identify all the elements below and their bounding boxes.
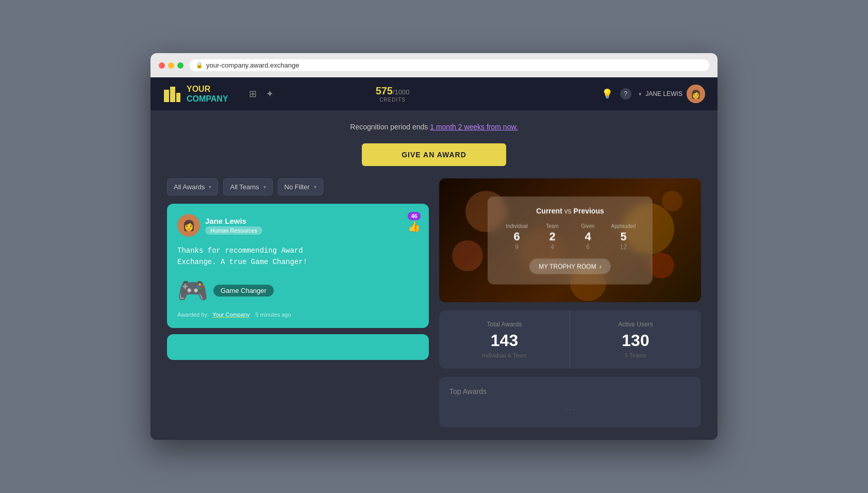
give-award-button[interactable]: GIVE AN AWARD	[362, 143, 506, 166]
logo-line2: COMPANY	[187, 94, 228, 104]
app-header: YOUR COMPANY ⊞ ✦ 575/1000 CREDITS 💡 ? ▾ …	[151, 77, 717, 110]
credits-value: 575	[376, 85, 393, 96]
current-label: Current	[536, 207, 562, 215]
logo-area: YOUR COMPANY	[163, 84, 228, 104]
no-filter-chevron: ▾	[314, 184, 316, 190]
grid-icon[interactable]: ⊞	[249, 88, 257, 100]
close-dot[interactable]	[159, 62, 165, 69]
total-awards-sub: Individual & Team	[449, 352, 559, 358]
address-bar[interactable]: 🔒 your-company.award.exchange	[190, 59, 709, 71]
right-column: Current vs Previous Individual 6 9	[439, 178, 701, 428]
logo-text: YOUR COMPANY	[187, 84, 228, 104]
logo-line1: YOUR	[187, 84, 228, 94]
left-column: All Awards ▾ All Teams ▾ No Filter ▾	[167, 178, 429, 428]
lock-icon: 🔒	[196, 62, 203, 69]
trophy-btn-arrow: ›	[599, 263, 602, 270]
header-right: 💡 ? ▾ JANE LEWIS 👩	[602, 85, 705, 103]
individual-label: Individual	[502, 223, 531, 229]
metrics-row: Total Awards 143 Individual & Team Activ…	[439, 310, 701, 369]
applauded-current: 5	[609, 230, 638, 243]
awards-filter-label: All Awards	[174, 183, 205, 191]
teams-filter[interactable]: All Teams ▾	[223, 178, 272, 195]
help-icon[interactable]: ?	[620, 88, 631, 100]
card-user-name: Jane Lewis	[205, 217, 262, 225]
recognition-text: Recognition period ends	[350, 123, 430, 131]
company-link[interactable]: Your Company	[212, 311, 249, 318]
no-filter[interactable]: No Filter ▾	[278, 178, 323, 195]
card-department-badge: Human Resources	[205, 226, 262, 235]
vs-label: vs	[564, 207, 574, 215]
minimize-dot[interactable]	[168, 62, 174, 69]
individual-prev: 9	[502, 243, 531, 251]
active-users-sub: 5 Teams	[580, 352, 691, 358]
individual-current: 6	[502, 230, 531, 243]
like-badge: 46 👍	[408, 212, 421, 233]
team-label: Team	[538, 223, 567, 229]
browser-chrome: 🔒 your-company.award.exchange	[151, 53, 717, 77]
recognition-link[interactable]: 1 month 2 weeks from now.	[430, 123, 518, 131]
card-header: 👩 Jane Lewis Human Resources	[177, 214, 419, 237]
thumbs-up-icon[interactable]: 👍	[408, 220, 421, 233]
active-users-label: Active Users	[580, 321, 691, 328]
previous-label: Previous	[574, 207, 604, 215]
browser-window: 🔒 your-company.award.exchange YOUR COMPA…	[151, 53, 717, 440]
given-current: 4	[573, 230, 603, 243]
award-card-2	[167, 334, 429, 360]
applauded-prev: 12	[609, 243, 638, 251]
user-name: JANE LEWIS	[646, 90, 682, 97]
stats-grid: Individual 6 9 Team 2 4 Given	[502, 223, 638, 251]
credits-max: /1000	[393, 88, 410, 96]
total-awards-metric: Total Awards 143 Individual & Team	[439, 310, 570, 369]
card-award-area: 🎮 Game Changer	[177, 276, 274, 305]
stats-card: Current vs Previous Individual 6 9	[439, 178, 701, 302]
sparkle-icon[interactable]: ✦	[266, 88, 274, 100]
recognition-banner: Recognition period ends 1 month 2 weeks …	[167, 123, 701, 131]
game-controller-icon: 🎮	[177, 276, 208, 305]
credits-number: 575/1000	[376, 85, 410, 97]
svg-rect-2	[176, 93, 180, 102]
no-filter-label: No Filter	[285, 183, 310, 191]
top-awards-placeholder: - - -	[449, 402, 691, 417]
team-prev: 4	[538, 243, 567, 251]
credits-display: 575/1000 CREDITS	[376, 85, 410, 103]
header-icons: ⊞ ✦	[249, 88, 274, 100]
top-awards-card: Top Awards - - -	[439, 377, 701, 428]
card-user-info: Jane Lewis Human Resources	[205, 217, 262, 235]
card-message: Thanks for recommending AwardExchange. A…	[177, 245, 419, 268]
lightbulb-icon[interactable]: 💡	[602, 88, 613, 100]
stats-panel: Current vs Previous Individual 6 9	[488, 196, 653, 285]
teams-filter-chevron: ▾	[263, 184, 266, 190]
card-bottom: 🎮 Game Changer	[177, 276, 419, 305]
browser-dots	[159, 62, 183, 69]
stat-team: Team 2 4	[538, 223, 567, 251]
stat-given: Given 4 6	[573, 223, 603, 251]
total-awards-value: 143	[449, 331, 559, 350]
stats-title: Current vs Previous	[502, 207, 638, 215]
app-content: Recognition period ends 1 month 2 weeks …	[151, 110, 717, 440]
credits-label: CREDITS	[379, 97, 406, 103]
time-ago: 5 minutes ago	[255, 311, 291, 318]
like-count: 46	[408, 212, 420, 220]
awards-filter[interactable]: All Awards ▾	[167, 178, 218, 195]
active-users-value: 130	[580, 331, 691, 350]
stat-individual: Individual 6 9	[502, 223, 531, 251]
team-current: 2	[538, 230, 567, 243]
award-name-badge: Game Changer	[213, 285, 274, 297]
url-text: your-company.award.exchange	[206, 61, 299, 69]
applauded-label: Applauded	[609, 223, 638, 229]
logo-icon	[163, 85, 181, 103]
active-users-metric: Active Users 130 5 Teams	[570, 310, 701, 369]
maximize-dot[interactable]	[177, 62, 183, 69]
svg-rect-1	[170, 87, 175, 102]
card-footer: Awarded by: Your Company 5 minutes ago	[177, 311, 419, 318]
stat-applauded: Applauded 5 12	[609, 223, 638, 251]
teams-filter-label: All Teams	[230, 183, 259, 191]
total-awards-label: Total Awards	[449, 321, 559, 328]
user-menu[interactable]: ▾ JANE LEWIS 👩	[639, 85, 705, 103]
awarded-by-text: Awarded by:	[177, 311, 209, 318]
given-prev: 6	[573, 243, 603, 251]
trophy-room-button[interactable]: MY TROPHY ROOM ›	[529, 259, 610, 274]
award-card: 👩 Jane Lewis Human Resources Thanks for …	[167, 204, 429, 328]
trophy-btn-label: MY TROPHY ROOM	[539, 263, 596, 270]
svg-rect-0	[164, 90, 169, 102]
